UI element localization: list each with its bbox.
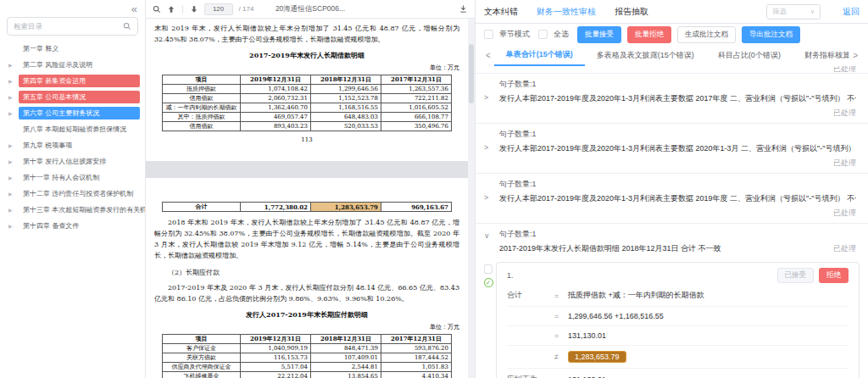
chapter-mode-label: 章节模式 — [499, 29, 530, 40]
detail-checkbox[interactable] — [484, 264, 492, 274]
caret-icon: ▶ — [8, 207, 19, 213]
status-badge: 已处理 — [499, 108, 856, 119]
batch-reject-button[interactable]: 批量拒绝 — [627, 26, 671, 43]
review-tabs: 文本纠错 财务一致性审核 报告抽取 筛选 ∨ 返回 — [476, 0, 868, 24]
unit-label: 单位：万元 — [154, 323, 459, 331]
sidebar-item-label: 第八章 本期超短期融资券担保情况 — [19, 123, 131, 136]
sidebar-item-chapter6[interactable]: ▶第六章 公司主要财务状况 — [0, 105, 145, 121]
filter-placeholder: 筛选 — [772, 7, 787, 17]
review-subtabs: < 单表合计(15个错误) 多表格及表文披露(15个错误) 科目占比(0个错误)… — [476, 45, 868, 66]
error-list: 已处理 > 句子数量:1 发行人本部2017-2019年度及2020年1-3月利… — [476, 66, 868, 378]
list-item[interactable]: > 句子数量:1 发行人本部2017-2019年度及2020年1-3月利润表主要… — [476, 124, 868, 173]
table-header: 2017年12月31日 — [381, 75, 452, 85]
reject-button[interactable]: 拒绝 — [819, 268, 849, 283]
filter-select[interactable]: 筛选 ∨ — [766, 4, 821, 19]
list-item-expanded[interactable]: ∨ 句子数量:1 2017-2019年末发行人长期借款明细 2018年12月31… — [476, 224, 868, 258]
error-title: 发行人本部2017-2019年度及2020年1-3月利润表主要数据 2019年度… — [499, 193, 856, 204]
subtab-financial-indicator[interactable]: 财务指标核算(18个 — [793, 46, 849, 65]
caret-icon: ▶ — [8, 158, 19, 164]
sidebar-item-chapter2[interactable]: ▶第二章 风险提示及说明 — [0, 57, 145, 73]
batch-accept-button[interactable]: 批量接受 — [577, 26, 621, 43]
table-row: 客户保证金1,040,909.19848,471.39593,876.20 — [163, 344, 452, 353]
list-item[interactable]: > 句子数量:1 发行人本部2017-2019年度及2020年1-3月利润表主要… — [476, 74, 868, 123]
tab-report-extraction[interactable]: 报告抽取 — [615, 6, 648, 18]
select-all-checkbox[interactable] — [538, 30, 548, 39]
sidebar-item-chapter11[interactable]: ▶第十一章 持有人会议机制 — [0, 170, 145, 186]
list-item[interactable]: > 句子数量:1 发行人本部2017-2019年度及2020年1-3月利润表主要… — [476, 174, 868, 223]
sidebar-item-chapter12[interactable]: ▶第十二章 违约责任与投资者保护机制 — [0, 186, 145, 202]
caret-icon: ▶ — [8, 94, 19, 100]
correction-row: 应纠正为:131,130.01 — [507, 368, 849, 378]
export-annotation-doc-button[interactable]: 导出批注文档 — [742, 26, 800, 43]
viewer-scrollbar[interactable] — [468, 19, 475, 378]
scrollbar-thumb[interactable] — [469, 44, 474, 103]
sidebar-item-chapter9[interactable]: ▶第九章 税项事项 — [0, 137, 145, 153]
sidebar-item-label: 第十四章 备查文件 — [19, 220, 83, 232]
sidebar-item-chapter5[interactable]: ▶第五章 公司基本情况 — [0, 89, 145, 105]
generate-annotation-doc-button[interactable]: 生成批注文档 — [677, 26, 736, 43]
sidebar-item-label: 第四章 募集资金运用 — [19, 75, 140, 87]
zoom-icon[interactable] — [153, 5, 161, 14]
formula-row: 合计=抵质押借款 +减：一年内到期的长期借款 — [507, 285, 849, 306]
formula-row: =131,130.01 — [507, 325, 849, 345]
table2-title: 发行人2017-2019年末长期应付款明细 — [154, 310, 459, 320]
subtab-account-ratio[interactable]: 科目占比(0个错误) — [706, 46, 793, 65]
page-number-input[interactable] — [204, 3, 233, 15]
collapse-sidebar-icon[interactable]: « — [131, 3, 137, 15]
doc-subheading: （2）长期应付款 — [154, 268, 459, 277]
chevron-right-icon[interactable]: > — [484, 143, 488, 152]
sidebar-item-label: 第十章 发行人信息披露安排 — [19, 155, 110, 168]
mismatch-value-badge: 1,283,653.79 — [568, 351, 626, 363]
caret-icon: ▶ — [8, 175, 19, 181]
table-header: 2019年12月31日 — [241, 335, 311, 344]
error-title: 发行人本部2017-2019年度及2020年1-3月利润表主要数据 2020年1… — [499, 143, 856, 154]
table-row: 其中：抵质押借款469,057.47648,483.03666,108.77 — [163, 113, 452, 122]
pdf-viewer: | / 174 20海通恒信SCP006... 末和 2019 年末，发行人长期… — [146, 0, 475, 378]
subtab-multi-table-disclosure[interactable]: 多表格及表文披露(15个错误) — [585, 46, 706, 65]
chevron-down-icon[interactable]: ∨ — [484, 231, 490, 240]
chapter-search-box[interactable] — [7, 17, 138, 36]
caret-icon: ▶ — [8, 110, 19, 116]
sidebar-item-chapter1[interactable]: 第一章 释义 — [0, 41, 145, 57]
document-pages[interactable]: 末和 2019 年末，发行人长期借款较上年末分别增加了 31.45 亿元和 48… — [146, 19, 468, 378]
sidebar-item-chapter10[interactable]: ▶第十章 发行人信息披露安排 — [0, 153, 145, 170]
accepted-button[interactable]: 已接受 — [777, 268, 815, 283]
sidebar-item-label: 第十二章 违约责任与投资者保护机制 — [19, 187, 137, 200]
sidebar-item-label: 第六章 公司主要财务状况 — [19, 107, 140, 120]
search-icon[interactable] — [123, 22, 131, 31]
highlighted-cell: 1,283,653.79 — [311, 203, 381, 212]
page-separator — [146, 161, 468, 178]
subtabs-next-icon[interactable]: > — [849, 51, 861, 60]
formula-row-mismatch: ≠1,283,653.79 — [507, 345, 849, 368]
caret-icon: ▶ — [8, 191, 19, 197]
chapter-nav: 第一章 释义 ▶第二章 风险提示及说明 ▶第四章 募集资金运用 ▶第五章 公司基… — [0, 41, 145, 234]
sidebar-item-chapter4[interactable]: ▶第四章 募集资金运用 — [0, 73, 145, 89]
review-panel: 文本纠错 财务一致性审核 报告抽取 筛选 ∨ 返回 章节模式 全选 批量接受 批… — [475, 0, 868, 378]
loan-total-row-table: 合计 1,772,380.02 1,283,653.79 969,163.67 — [162, 202, 452, 212]
status-badge: 已处理 — [499, 158, 856, 169]
caret-icon: ▶ — [8, 62, 19, 68]
chevron-right-icon[interactable]: > — [484, 93, 488, 102]
subtabs-prev-icon[interactable]: < — [482, 51, 494, 60]
sidebar-item-label: 第十三章 本次超短期融资券发行的有关机构 — [19, 203, 145, 216]
page-up-icon[interactable] — [167, 5, 175, 14]
long-term-loan-table: 项目 2019年12月31日 2018年12月31日 2017年12月31日 抵… — [162, 75, 452, 131]
chapter-mode-checkbox[interactable] — [484, 30, 493, 39]
back-button[interactable]: 返回 — [843, 6, 860, 18]
tab-text-correction[interactable]: 文本纠错 — [484, 6, 518, 18]
sidebar-item-chapter13[interactable]: ▶第十三章 本次超短期融资券发行的有关机构 — [0, 202, 145, 218]
search-input[interactable] — [14, 22, 123, 31]
page-down-icon[interactable] — [190, 5, 198, 14]
download-icon[interactable] — [459, 4, 468, 14]
caret-icon: ▶ — [8, 223, 19, 229]
subtab-single-table-total[interactable]: 单表合计(15个错误) — [494, 45, 585, 66]
tab-financial-consistency[interactable]: 财务一致性审核 — [537, 6, 596, 18]
table-row: 飞机维修基金22,212.0413,854.654,410.34 — [163, 372, 452, 378]
table-header: 2018年12月31日 — [311, 75, 381, 85]
sidebar-item-label: 第五章 公司基本情况 — [19, 91, 140, 103]
sidebar-item-chapter8[interactable]: 第八章 本期超短期融资券担保情况 — [0, 121, 145, 137]
sidebar-item-label: 第九章 税项事项 — [19, 139, 76, 152]
sidebar-item-chapter14[interactable]: ▶第十四章 备查文件 — [0, 218, 145, 234]
chevron-right-icon[interactable]: > — [484, 193, 488, 202]
table-row: 供应商及代理商保证金5,517.042,544.811,051.83 — [163, 363, 452, 372]
